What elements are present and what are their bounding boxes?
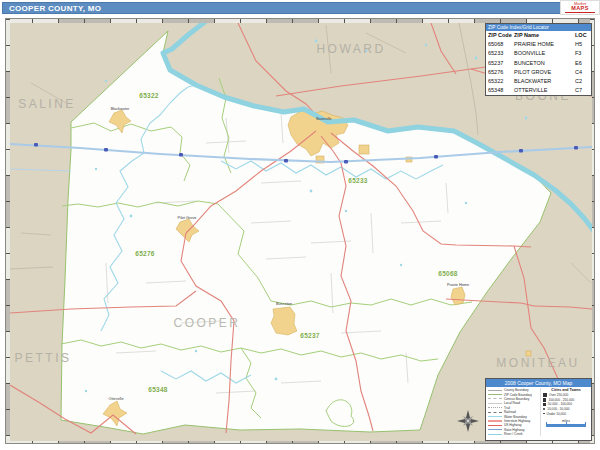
- zip-label-65348: 65348: [148, 386, 168, 393]
- zip-loc: E6: [575, 59, 591, 68]
- city-marker: [543, 398, 546, 401]
- zip-loc: C2: [575, 77, 591, 86]
- col-zip-code: ZIP Code: [486, 31, 514, 40]
- city-marker: [543, 403, 546, 406]
- zip-label-65233: 65233: [348, 177, 368, 184]
- county-label-moniteau: MONITEAU: [496, 356, 579, 370]
- town-label-pilot-grove: Pilot Grove: [178, 216, 197, 220]
- col-zip-name: ZIP Name: [514, 31, 575, 40]
- zip-loc: H5: [575, 40, 591, 49]
- zip-name: BOONVILLE: [514, 49, 575, 58]
- legend-header: 2008 Cooper County, MO Map: [486, 379, 591, 387]
- zip-name: BLACKWATER: [514, 77, 575, 86]
- zip-name: OTTERVILLE: [514, 86, 575, 95]
- census-boundary-swatch: [488, 398, 502, 399]
- water-boundary-swatch: [488, 416, 502, 417]
- county-boundary-swatch: [488, 390, 502, 391]
- zip-code: 65348: [486, 86, 514, 95]
- city-marker: [543, 393, 547, 397]
- river-swatch: [488, 434, 502, 435]
- zip-index-row: 65237 BUNCETON E6: [486, 59, 591, 68]
- town-label-bunceton: Bunceton: [276, 302, 292, 306]
- zip-loc: F3: [575, 49, 591, 58]
- town-label-prairie-home: Prairie Home: [447, 283, 469, 287]
- zip-index-row: 65322 BLACKWATER C2: [486, 77, 591, 86]
- town-label-blackwater: Blackwater: [111, 107, 130, 111]
- map-canvas[interactable]: HOWARD SALINE BOONE PETTIS MONITEAU COOP…: [10, 23, 592, 441]
- town-label-otterville: Otterville: [109, 397, 124, 401]
- scale-bar: miles: [543, 419, 589, 427]
- zip-boundary-swatch: [488, 394, 502, 395]
- logo-swoosh: [565, 12, 595, 13]
- title-bar: COOPER COUNTY, MO: [2, 2, 598, 14]
- zip-index-row: 65276 PILOT GROVE C4: [486, 68, 591, 77]
- railroad-swatch: [488, 412, 502, 413]
- zip-code: 65237: [486, 59, 514, 68]
- us-highway-swatch: [488, 425, 502, 426]
- map-page: COOPER COUNTY, MO Market MAPS: [0, 0, 600, 450]
- zip-label-65068: 65068: [438, 270, 458, 277]
- zip-code: 65068: [486, 40, 514, 49]
- zip-index-row: 65068 PRAIRIE HOME H5: [486, 40, 591, 49]
- county-label-saline: SALINE: [18, 97, 76, 111]
- local-road-swatch: [488, 403, 502, 404]
- logo-text-bottom: MAPS: [571, 6, 589, 12]
- city-marker: [543, 408, 545, 410]
- town-east-patch: [359, 145, 369, 154]
- zip-index-row: 65348 OTTERVILLE C7: [486, 86, 591, 95]
- map-legend: 2008 Cooper County, MO Map County Bounda…: [485, 378, 592, 441]
- zip-label-65237: 65237: [300, 332, 320, 339]
- legend-symbols-column: County Boundary ZIP Code Boundary Census…: [488, 388, 540, 436]
- legend-item: River / Creek: [488, 432, 540, 436]
- compass-rose: [457, 410, 479, 432]
- col-loc: LOC: [575, 31, 591, 40]
- city-marker: [543, 413, 545, 415]
- interstate-swatch: [488, 420, 502, 422]
- zip-index-columns: ZIP Code ZIP Name LOC: [486, 31, 591, 40]
- city-size-item: Under 10,000: [543, 411, 589, 416]
- zip-loc: C4: [575, 68, 591, 77]
- zip-label-65322: 65322: [139, 92, 159, 99]
- county-label-howard: HOWARD: [316, 42, 385, 56]
- trail-swatch: [488, 407, 502, 408]
- page-title: COOPER COUNTY, MO: [3, 4, 101, 13]
- zip-loc: C7: [575, 86, 591, 95]
- zip-index-header: ZIP Code Index/Grid Locator: [486, 24, 591, 31]
- zip-name: PRAIRIE HOME: [514, 40, 575, 49]
- zip-index-table: ZIP Code Index/Grid Locator ZIP Code ZIP…: [485, 23, 592, 96]
- zip-name: PILOT GROVE: [514, 68, 575, 77]
- county-label-cooper: COOPER: [173, 316, 240, 330]
- zip-code: 65276: [486, 68, 514, 77]
- zip-index-row: 65233 BOONVILLE F3: [486, 49, 591, 58]
- county-label-pettis: PETTIS: [14, 351, 71, 365]
- town-label-boonville: Boonville: [316, 117, 331, 121]
- zip-code: 65233: [486, 49, 514, 58]
- zip-label-65276: 65276: [135, 250, 155, 257]
- marketmaps-logo: Market MAPS: [560, 0, 600, 15]
- legend-cities-column: Cities and Towns Over 250,000 100,000 - …: [540, 388, 589, 436]
- scale-bar-line: [546, 424, 586, 427]
- zip-code: 65322: [486, 77, 514, 86]
- map-frame: HOWARD SALINE BOONE PETTIS MONITEAU COOP…: [5, 18, 595, 444]
- state-highway-swatch: [488, 429, 502, 430]
- zip-name: BUNCETON: [514, 59, 575, 68]
- town-bunceton: [271, 307, 297, 335]
